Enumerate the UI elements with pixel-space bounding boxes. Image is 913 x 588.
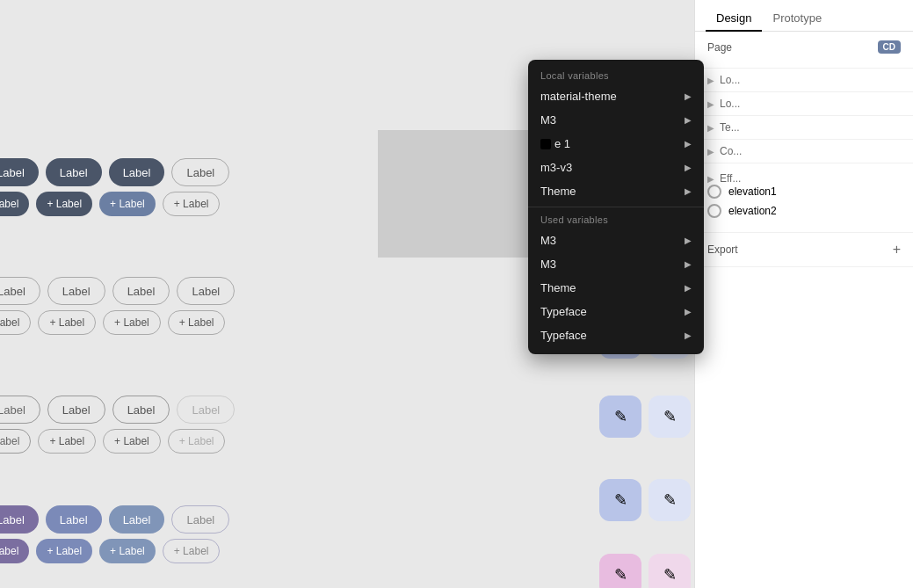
chip-bot-2[interactable]: Label [47,396,105,424]
chip-vbot-4[interactable]: Label [171,505,229,534]
chip-label-outlined-1[interactable]: Label [171,158,229,186]
tab-prototype[interactable]: Prototype [762,6,832,32]
chip-mid-outlined-2[interactable]: Label [47,277,105,305]
chip-label-sm-mid-1[interactable]: + Label [99,192,156,216]
arrow-right-icon-2: ▶ [707,99,714,109]
chip-mid-outlined-1[interactable]: Label [0,277,40,305]
pencil-btn-blue-3[interactable]: ✎ [599,479,641,521]
pencil-btn-pink-1[interactable]: ✎ [599,554,641,588]
menu-used-label-2: Theme [540,281,576,294]
pencil-col-mid: ✎ ✎ [599,396,691,438]
pencil-btn-blue-2[interactable]: ✎ [599,396,641,438]
chip-bot-sm-4[interactable]: + Label [168,429,226,454]
arrow-right-icon-3: ▶ [707,123,714,133]
panel-tabs: Design Prototype [695,0,913,32]
chip-bot-4[interactable]: Label [177,396,235,424]
chip-mid-sm-2[interactable]: + Label [38,310,96,335]
radio-circle-2 [707,204,721,218]
text-row: ▶ Te... [695,116,913,140]
menu-used-label-1: M3 [540,258,556,271]
chip-vbot-3[interactable]: Label [109,505,165,534]
menu-arrow-0: ▶ [685,91,692,101]
pencil-icon-3: ✎ [614,407,627,426]
export-plus-icon[interactable]: + [893,242,901,258]
btn-row-2: Label + Label + Label + Label [0,192,229,216]
chip-mid-sm-4[interactable]: + Label [168,310,226,335]
page-row: Page CD [707,40,901,54]
menu-item-typeface-2[interactable]: Typeface ▶ [528,323,704,347]
tab-design[interactable]: Design [706,6,762,32]
btn-row-mid-1: Label Label Label Label [0,277,235,305]
text-label: Te... [720,121,740,134]
local-variables-header: Local variables [528,67,704,84]
button-section-bot: Label Label Label Label Label + Label + … [0,396,235,454]
chip-label-dark-1[interactable]: Label [0,158,39,186]
color-label: Co... [720,145,742,157]
chip-vbot-1[interactable]: Label [0,505,39,534]
chip-vbot-2[interactable]: Label [46,505,102,534]
pencil-icon-6: ✎ [663,490,677,510]
button-section-top: Label Label Label Label Label + Label + … [0,158,229,216]
chip-bot-1[interactable]: Label [0,396,40,424]
pencil-icon-8: ✎ [663,565,677,584]
pencil-btn-lightpink-1[interactable]: ✎ [649,554,691,588]
menu-item-theme-local[interactable]: Theme ▶ [528,179,704,203]
menu-arrow-1: ▶ [685,115,692,125]
chip-bot-sm-2[interactable]: + Label [38,429,96,454]
button-section-mid: Label Label Label Label Label + Label + … [0,277,235,335]
chip-label-dark-3[interactable]: Label [109,158,165,186]
menu-item-m3v3[interactable]: m3-v3 ▶ [528,156,704,179]
menu-item-label-4: Theme [540,185,576,198]
chip-label-sm-outlined-1[interactable]: + Label [163,192,221,216]
btn-row-bot-1: Label Label Label Label [0,396,235,424]
menu-divider [528,207,704,207]
effects-header-row: ▶ Eff... [707,172,901,185]
menu-item-e1[interactable]: e 1 ▶ [528,132,704,156]
effects-section: ▶ Eff... elevation1 elevation2 [695,163,913,233]
menu-item-material-theme[interactable]: material-theme ▶ [528,84,704,108]
color-swatch [540,139,551,149]
menu-arrow-4: ▶ [685,186,692,196]
menu-item-theme-used[interactable]: Theme ▶ [528,276,704,300]
chip-bot-3[interactable]: Label [112,396,170,424]
export-label: Export [707,243,738,256]
chip-vbot-sm-1[interactable]: Label [0,539,29,563]
chip-vbot-sm-4[interactable]: + Label [163,539,221,563]
chip-vbot-sm-3[interactable]: + Label [99,539,156,563]
chip-label-dark-2[interactable]: Label [46,158,102,186]
right-panel: Design Prototype Page CD ▶ Lo... ▶ Lo...… [694,0,913,588]
cd-badge: CD [878,40,901,54]
chip-mid-sm-1[interactable]: Label [0,310,31,335]
effect-item-2: elevation2 [707,204,901,218]
menu-used-label-4: Typeface [540,329,587,342]
pencil-row-2: ✎ ✎ [599,396,691,438]
btn-row-1: Label Label Label Label [0,158,229,186]
chip-bot-sm-3[interactable]: + Label [103,429,161,454]
context-menu: Local variables material-theme ▶ M3 ▶ e … [528,60,704,354]
pencil-btn-light-2[interactable]: ✎ [649,396,691,438]
menu-used-label-3: Typeface [540,305,587,318]
chip-vbot-sm-2[interactable]: + Label [36,539,92,563]
effect-item-1: elevation1 [707,185,901,199]
btn-row-vbot-2: Label + Label + Label + Label [0,539,229,563]
menu-item-typeface-1[interactable]: Typeface ▶ [528,300,704,323]
arrow-right-icon-5: ▶ [707,174,714,184]
chip-label-sm-dark-1[interactable]: Label [0,192,29,216]
chip-mid-outlined-3[interactable]: Label [112,277,170,305]
used-variables-header: Used variables [528,211,704,229]
pencil-icon-7: ✎ [614,565,627,584]
menu-item-label-3: m3-v3 [540,161,572,174]
radio-circle-1 [707,185,721,199]
menu-item-m3-used-1[interactable]: M3 ▶ [528,229,704,252]
pencil-btn-light-3[interactable]: ✎ [649,479,691,521]
effect-label-2: elevation2 [728,205,777,217]
chip-mid-outlined-4[interactable]: Label [177,277,235,305]
chip-bot-sm-1[interactable]: Label [0,429,31,454]
menu-item-m3-1[interactable]: M3 ▶ [528,108,704,132]
btn-row-vbot-1: Label Label Label Label [0,505,229,534]
menu-item-m3-used-2[interactable]: M3 ▶ [528,252,704,276]
chip-mid-sm-3[interactable]: + Label [103,310,161,335]
export-row: Export + [707,242,901,258]
chip-label-sm-dark-2[interactable]: + Label [36,192,92,216]
menu-item-label-1: M3 [540,113,556,127]
